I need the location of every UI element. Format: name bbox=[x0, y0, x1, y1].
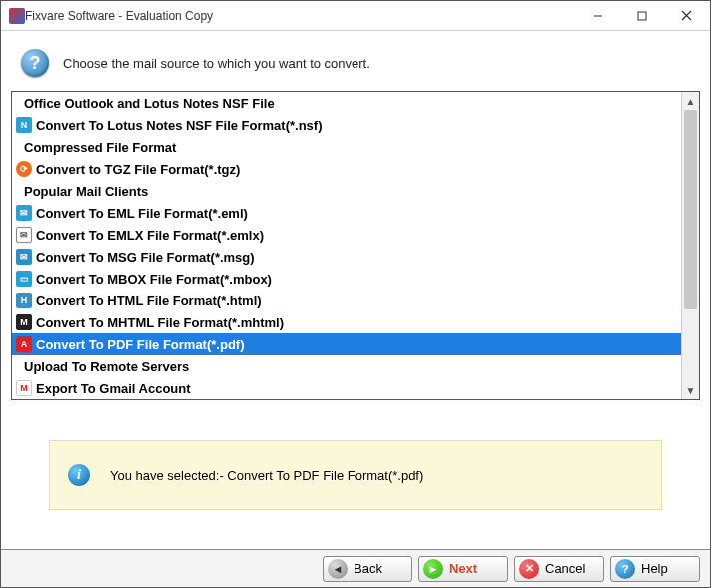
list-item-label: Convert To EML File Format(*.eml) bbox=[34, 206, 248, 221]
help-q-icon: ? bbox=[615, 559, 635, 579]
list-item[interactable]: ⟳Convert to TGZ File Format(*.tgz) bbox=[12, 158, 681, 180]
window-title: Fixvare Software - Evaluation Copy bbox=[25, 9, 576, 23]
question-icon: ? bbox=[21, 49, 49, 77]
close-button[interactable] bbox=[664, 2, 708, 30]
next-arrow-icon: ► bbox=[423, 559, 443, 579]
list-item-label: Convert To Lotus Notes NSF File Format(*… bbox=[34, 118, 323, 133]
list-item[interactable]: ✉Convert To EMLX File Format(*.emlx) bbox=[12, 224, 681, 246]
app-icon bbox=[9, 8, 25, 24]
back-arrow-icon: ◄ bbox=[328, 559, 348, 579]
list-item[interactable]: AConvert To PDF File Format(*.pdf) bbox=[12, 333, 681, 355]
cancel-label: Cancel bbox=[545, 561, 585, 576]
list-item[interactable]: ✉Convert To MSG File Format(*.msg) bbox=[12, 246, 681, 268]
list-item-label: Convert To EMLX File Format(*.emlx) bbox=[34, 228, 264, 243]
emlx-icon: ✉ bbox=[14, 227, 34, 243]
list-header: Popular Mail Clients bbox=[12, 180, 681, 202]
list-item-label: Convert To MSG File Format(*.msg) bbox=[34, 250, 255, 265]
mhtml-icon: M bbox=[14, 314, 34, 330]
mbox-icon: ▭ bbox=[14, 271, 34, 287]
help-label: Help bbox=[641, 561, 668, 576]
instruction-row: ? Choose the mail source to which you wa… bbox=[1, 31, 710, 91]
next-button[interactable]: ► Next bbox=[418, 556, 508, 582]
gmail-icon: M bbox=[14, 380, 34, 396]
svg-rect-1 bbox=[638, 12, 646, 20]
cancel-x-icon: ✕ bbox=[519, 559, 539, 579]
list-item-label: Compressed File Format bbox=[14, 140, 176, 155]
scroll-thumb[interactable] bbox=[684, 110, 697, 309]
scrollbar[interactable]: ▲ ▼ bbox=[681, 92, 699, 399]
list-item-label: Convert To HTML File Format(*.html) bbox=[34, 294, 262, 308]
status-text: You have selected:- Convert To PDF File … bbox=[110, 468, 423, 483]
back-label: Back bbox=[354, 561, 382, 576]
msg-icon: ✉ bbox=[14, 249, 34, 265]
list-item-label: Convert to TGZ File Format(*.tgz) bbox=[34, 162, 240, 177]
list-item-label: Office Outlook and Lotus Notes NSF File bbox=[14, 96, 275, 111]
list-header: Upload To Remote Servers bbox=[12, 355, 681, 377]
list-item-label: Convert To PDF File Format(*.pdf) bbox=[34, 337, 244, 352]
list-item-label: Popular Mail Clients bbox=[14, 184, 148, 199]
nsf-icon: N bbox=[14, 117, 34, 133]
list-header: Office Outlook and Lotus Notes NSF File bbox=[12, 92, 681, 114]
list-item[interactable]: MExport To Gmail Account bbox=[12, 377, 681, 399]
format-list: Office Outlook and Lotus Notes NSF FileN… bbox=[11, 91, 700, 400]
list-header: Compressed File Format bbox=[12, 136, 681, 158]
list-item[interactable]: HConvert To HTML File Format(*.html) bbox=[12, 290, 681, 311]
html-icon: H bbox=[14, 293, 34, 308]
list-item[interactable]: ✉Convert To EML File Format(*.eml) bbox=[12, 202, 681, 224]
help-button[interactable]: ? Help bbox=[610, 556, 700, 582]
scroll-up-icon[interactable]: ▲ bbox=[682, 92, 699, 110]
tgz-icon: ⟳ bbox=[14, 161, 34, 177]
titlebar[interactable]: Fixvare Software - Evaluation Copy bbox=[1, 1, 710, 31]
list-item-label: Export To Gmail Account bbox=[34, 381, 191, 396]
next-label: Next bbox=[449, 561, 477, 576]
eml-icon: ✉ bbox=[14, 205, 34, 221]
maximize-button[interactable] bbox=[620, 2, 664, 30]
minimize-button[interactable] bbox=[576, 2, 620, 30]
info-icon: i bbox=[68, 464, 90, 486]
list-item-label: Convert To MHTML File Format(*.mhtml) bbox=[34, 315, 284, 330]
pdf-icon: A bbox=[14, 336, 34, 352]
button-bar: ◄ Back ► Next ✕ Cancel ? Help bbox=[1, 549, 710, 587]
list-item[interactable]: MConvert To MHTML File Format(*.mhtml) bbox=[12, 311, 681, 333]
list-item-label: Convert To MBOX File Format(*.mbox) bbox=[34, 272, 272, 287]
cancel-button[interactable]: ✕ Cancel bbox=[514, 556, 604, 582]
list-item[interactable]: ▭Convert To MBOX File Format(*.mbox) bbox=[12, 268, 681, 290]
status-box: i You have selected:- Convert To PDF Fil… bbox=[49, 440, 662, 510]
back-button[interactable]: ◄ Back bbox=[323, 556, 412, 582]
app-window: Fixvare Software - Evaluation Copy ? Cho… bbox=[0, 0, 711, 588]
list-item-label: Upload To Remote Servers bbox=[14, 359, 189, 374]
instruction-text: Choose the mail source to which you want… bbox=[63, 56, 370, 71]
scroll-down-icon[interactable]: ▼ bbox=[682, 381, 699, 399]
list-item[interactable]: NConvert To Lotus Notes NSF File Format(… bbox=[12, 114, 681, 136]
